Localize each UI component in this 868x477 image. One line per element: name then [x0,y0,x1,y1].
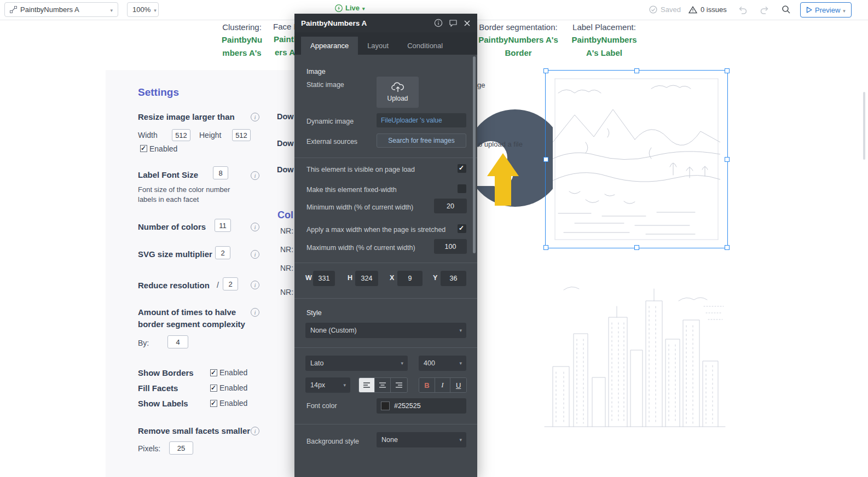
header-border-segmentation[interactable]: Border segmentation: PaintbyNumbers A's … [475,21,562,60]
max-width-label: Maximum width (% of current width) [306,244,415,252]
header-label-placement[interactable]: Label Placement: PaintbyNumbers A's Labe… [564,21,645,60]
min-width-label: Minimum width (% of current width) [306,203,413,211]
selection-handle[interactable] [543,245,548,250]
upload-arrow-icon [495,176,511,206]
search-free-images-button[interactable]: Search for free images [377,133,466,148]
x-dim-input[interactable] [397,271,423,286]
italic-button[interactable]: I [435,378,451,392]
play-icon [806,7,812,13]
align-left-button[interactable] [359,378,375,392]
background-style-value: None [381,436,398,444]
tab-conditional[interactable]: Conditional [398,37,452,55]
panel-titlebar[interactable]: PaintbyNumbers A [294,14,477,32]
style-dropdown[interactable]: None (Custom) [305,323,466,338]
panel-scrollbar-thumb[interactable] [473,56,476,253]
number-of-colors-input[interactable] [215,219,231,232]
zoom-label: 100% [132,5,151,14]
info-icon[interactable] [251,223,259,231]
resize-enabled-checkbox[interactable] [140,145,147,152]
tab-layout[interactable]: Layout [358,37,398,55]
live-version-dropdown[interactable]: Live [335,4,365,12]
height-dim-input[interactable] [355,271,378,286]
search-button[interactable] [782,5,791,14]
selection-handle[interactable] [543,157,548,162]
style-dropdown-value: None (Custom) [310,327,357,334]
width-input[interactable] [172,129,190,141]
width-dim-label: W [305,274,312,282]
settings-title: Settings [138,86,179,98]
comment-icon[interactable] [449,19,458,27]
canvas-scrollbar-thumb[interactable] [863,92,865,160]
selection-handle[interactable] [725,245,730,250]
upload-button[interactable]: Upload [377,77,419,108]
show-labels-enabled-label: Enabled [219,399,247,408]
height-input[interactable] [232,129,251,141]
selection-handle[interactable] [725,157,730,162]
selection-handle[interactable] [543,68,548,73]
width-dim-input[interactable] [313,271,335,286]
tab-appearance[interactable]: Appearance [301,37,358,55]
underline-button[interactable]: U [450,378,466,392]
zoom-dropdown[interactable]: 100% [127,2,159,17]
close-icon[interactable] [464,20,471,27]
selection-handle[interactable] [725,68,730,73]
info-icon[interactable] [434,19,443,27]
info-icon[interactable] [251,281,259,289]
reduce-resolution-input[interactable] [223,277,238,290]
svg-multiplier-label: SVG size multiplier [138,249,212,259]
redo-button[interactable] [760,5,769,14]
show-borders-checkbox[interactable] [210,369,217,376]
preview-button[interactable]: Preview [800,2,852,18]
max-width-toggle-checkbox[interactable] [458,224,466,233]
header-value-line1: PaintbyNu [210,33,274,46]
max-width-input[interactable] [434,239,467,254]
background-style-dropdown[interactable]: None [377,432,466,447]
font-weight-dropdown[interactable]: 400 [419,356,466,371]
fixed-width-checkbox[interactable] [458,184,466,193]
halve-label-line2: border segment complexity [138,319,245,329]
header-clustering[interactable]: Clustering: PaintbyNu mbers A's [210,21,274,60]
min-width-input[interactable] [434,199,467,213]
visible-on-page-load-checkbox[interactable] [458,164,466,173]
font-size-dropdown[interactable]: 14px [305,377,350,393]
resize-label: Resize image larger than [138,112,235,121]
y-dim-input[interactable] [441,271,466,286]
align-right-button[interactable] [391,378,407,392]
slash-label: / [217,281,219,289]
svg-multiplier-input[interactable] [215,246,230,259]
header-label: Clustering: [210,21,274,33]
issues-indicator[interactable]: 0 issues [688,5,727,14]
selection-outline [545,70,728,248]
info-icon[interactable] [251,308,259,317]
show-labels-checkbox[interactable] [210,400,217,407]
info-icon[interactable] [251,427,259,435]
color-swatch[interactable] [381,402,390,410]
text-format-group: B I U [419,377,467,393]
font-family-dropdown[interactable]: Lato [305,356,408,371]
issues-label: 0 issues [701,5,727,14]
by-input[interactable] [167,335,188,348]
bold-button[interactable]: B [419,378,435,392]
divider [294,424,477,424]
dynamic-image-expression[interactable]: FileUploader 's value [377,113,466,127]
element-selector-dropdown[interactable]: PaintbyNumbers A [4,2,118,17]
label-font-size-input[interactable] [213,166,228,179]
fill-facets-checkbox[interactable] [210,385,217,392]
info-icon[interactable] [251,171,259,180]
selection-handle[interactable] [634,245,639,250]
info-icon[interactable] [251,113,259,121]
align-center-button[interactable] [375,378,391,392]
info-icon[interactable] [251,250,259,259]
chevron-down-icon [110,6,113,13]
font-color-field[interactable]: #252525 [377,398,466,414]
click-to-upload-text-fragment[interactable]: o upload a file [478,140,523,148]
undo-icon [738,5,748,14]
line-art-image-skyline[interactable] [542,268,728,433]
show-borders-label: Show Borders [138,368,194,377]
italic-label: I [441,381,443,389]
selection-handle[interactable] [634,68,639,73]
undo-button[interactable] [738,5,748,14]
style-section-label: Style [306,309,322,317]
label-font-size-label: Label Font Size [138,170,198,179]
pixels-input[interactable] [169,441,193,455]
